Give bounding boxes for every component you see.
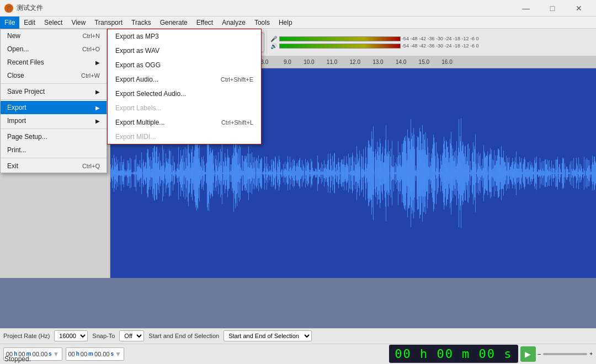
menu-export[interactable]: Export ▶	[1, 101, 107, 114]
export-submenu: Export as MP3 Export as WAV Export as OG…	[107, 29, 262, 144]
time-display-2: 00 h 00 m 00.00 s ▼	[66, 347, 125, 361]
menu-exit[interactable]: Exit Ctrl+Q	[1, 159, 107, 173]
stopped-text: Stopped.	[4, 355, 31, 363]
menu-transport[interactable]: Transport	[90, 17, 127, 29]
snap-to-label: Snap-To	[92, 333, 115, 339]
export-audio[interactable]: Export Audio... Ctrl+Shift+E	[108, 72, 261, 87]
window-controls: — □ ✕	[513, 0, 592, 17]
export-labels: Export Labels...	[108, 101, 261, 115]
vu-meter-section: 🎤 -54 -48 -42 -36 -30 -24 -18 -12 -6 0 🔊…	[268, 36, 481, 49]
menu-close[interactable]: Close Ctrl+W	[1, 69, 107, 82]
separator-3	[1, 129, 107, 129]
titlebar-left: 🎵 测试文件	[4, 3, 43, 13]
statusbar-bottom: 00 h 00 m 00.00 s ▼ 00 h 00 m 00.00 s ▼ …	[0, 344, 596, 364]
time2-s: 00.00	[94, 351, 110, 357]
input-vu-bar	[279, 36, 401, 41]
output-vu-bar	[279, 44, 401, 49]
menubar: File Edit Select View Transport Tracks G…	[0, 17, 596, 29]
time1-s: 00.00	[33, 351, 48, 357]
menu-print[interactable]: Print...	[1, 143, 107, 157]
snap-to-select[interactable]: Off On	[119, 330, 144, 341]
menu-tracks[interactable]: Tracks	[127, 17, 156, 29]
menu-open[interactable]: Open... Ctrl+O	[1, 42, 107, 56]
titlebar: 🎵 测试文件 — □ ✕	[0, 0, 596, 17]
menu-view[interactable]: View	[67, 17, 90, 29]
separator-2	[1, 99, 107, 100]
menu-file[interactable]: File	[0, 17, 19, 29]
export-wav[interactable]: Export as WAV	[108, 44, 261, 58]
menu-tools[interactable]: Tools	[250, 17, 274, 29]
minimize-button[interactable]: —	[513, 0, 539, 17]
menu-import[interactable]: Import ▶	[1, 114, 107, 127]
menu-new[interactable]: New Ctrl+N	[1, 29, 107, 42]
menu-effect[interactable]: Effect	[192, 17, 217, 29]
selection-label: Start and End of Selection	[148, 333, 219, 339]
menu-page-setup[interactable]: Page Setup...	[1, 130, 107, 143]
export-midi: Export MIDI...	[108, 130, 261, 144]
export-selected-audio[interactable]: Export Selected Audio...	[108, 87, 261, 101]
menu-help[interactable]: Help	[274, 17, 297, 29]
window-title: 测试文件	[17, 3, 43, 13]
close-button[interactable]: ✕	[566, 0, 592, 17]
menu-recent-files[interactable]: Recent Files ▶	[1, 56, 107, 69]
menu-generate[interactable]: Generate	[156, 17, 192, 29]
time2-s-unit: s	[111, 351, 114, 357]
speed-slider-container: – +	[538, 351, 593, 357]
maximize-button[interactable]: □	[540, 0, 565, 17]
time2-m: 00	[81, 351, 87, 357]
project-rate-label: Project Rate (Hz)	[3, 333, 50, 339]
menu-analyze[interactable]: Analyze	[217, 17, 250, 29]
file-dropdown: New Ctrl+N Open... Ctrl+O Recent Files ▶…	[0, 29, 107, 173]
time1-s-unit: s	[49, 351, 52, 357]
menu-save-project[interactable]: Save Project ▶	[1, 85, 107, 98]
export-mp3[interactable]: Export as MP3	[108, 29, 261, 44]
statusbar: Project Rate (Hz) 16000 44100 48000 Snap…	[0, 328, 596, 364]
menu-edit[interactable]: Edit	[19, 17, 40, 29]
playback-controls: 00 h 00 m 00 s ▶ – +	[389, 345, 593, 363]
export-multiple[interactable]: Export Multiple... Ctrl+Shift+L	[108, 115, 261, 130]
project-rate-select[interactable]: 16000 44100 48000	[54, 330, 88, 341]
separator-1	[1, 83, 107, 84]
statusbar-top: Project Rate (Hz) 16000 44100 48000 Snap…	[0, 329, 596, 344]
time2-h: 00	[68, 351, 75, 357]
menu-select[interactable]: Select	[40, 17, 67, 29]
export-ogg[interactable]: Export as OGG	[108, 58, 261, 72]
time2-h-unit: h	[76, 351, 79, 357]
separator-4	[1, 158, 107, 158]
big-time-display: 00 h 00 m 00 s	[389, 345, 518, 363]
time2-m-unit: m	[88, 351, 93, 357]
app-icon: 🎵	[4, 4, 13, 13]
speed-slider[interactable]	[543, 353, 587, 355]
selection-format-select[interactable]: Start and End of Selection	[223, 330, 312, 341]
play-button[interactable]: ▶	[520, 346, 536, 362]
